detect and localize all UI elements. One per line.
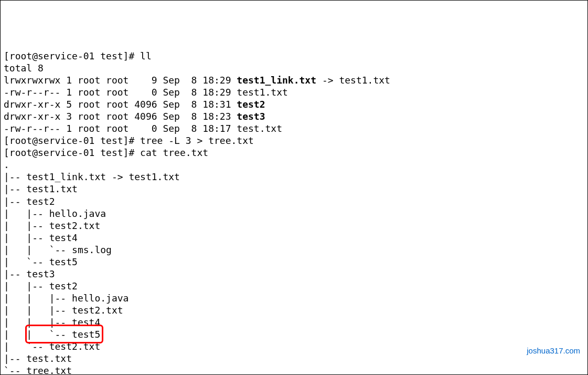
terminal-line: total 8: [4, 62, 584, 74]
terminal-output[interactable]: [root@service-01 test]# lltotal 8lrwxrwx…: [4, 50, 584, 375]
terminal-text: |-- test2: [4, 196, 55, 207]
terminal-text: |-- test.txt: [4, 353, 72, 364]
terminal-line: lrwxrwxrwx 1 root root 9 Sep 8 18:29 tes…: [4, 74, 584, 86]
terminal-text: | |-- hello.java: [4, 208, 106, 219]
terminal-text: [root@service-01 test]# tree -L 3 > tree…: [4, 135, 254, 146]
terminal-line: [root@service-01 test]# ll: [4, 50, 584, 62]
terminal-line: `-- tree.txt: [4, 364, 584, 375]
terminal-text: lrwxrwxrwx 1 root root 9 Sep 8 18:29: [4, 75, 237, 86]
terminal-line: | | |-- test4: [4, 316, 584, 328]
terminal-line: | | `-- test5: [4, 328, 584, 340]
terminal-line: | | |-- hello.java: [4, 292, 584, 304]
terminal-text: `-- tree.txt: [4, 365, 72, 375]
terminal-text: | | |-- hello.java: [4, 293, 129, 304]
terminal-text: -rw-r--r-- 1 root root 0 Sep 8 18:17 tes…: [4, 123, 282, 134]
terminal-text: | | `-- test5: [4, 329, 100, 340]
terminal-line: [root@service-01 test]# cat tree.txt: [4, 147, 584, 159]
terminal-text: test2: [237, 99, 265, 110]
terminal-line: |-- test.txt: [4, 352, 584, 364]
terminal-text: test1_link.txt: [237, 75, 316, 86]
terminal-text: -> test1.txt: [316, 75, 390, 86]
terminal-text: |-- test1_link.txt -> test1.txt: [4, 171, 180, 182]
terminal-line: | `-- test5: [4, 256, 584, 268]
terminal-text: | | |-- test2.txt: [4, 305, 123, 316]
terminal-text: | |-- test4: [4, 232, 78, 243]
terminal-line: | |-- test4: [4, 232, 584, 244]
terminal-text: .: [4, 159, 9, 170]
terminal-text: | `-- test5: [4, 256, 78, 267]
terminal-line: |-- test2: [4, 195, 584, 207]
terminal-line: | | `-- sms.log: [4, 244, 584, 256]
terminal-text: | | |-- test4: [4, 317, 100, 328]
terminal-line: | | |-- test2.txt: [4, 304, 584, 316]
terminal-text: drwxr-xr-x 3 root root 4096 Sep 8 18:23: [4, 111, 237, 122]
terminal-text: -rw-r--r-- 1 root root 0 Sep 8 18:29 tes…: [4, 87, 288, 98]
terminal-text: | `-- test2.txt: [4, 341, 100, 352]
terminal-text: test3: [237, 111, 265, 122]
terminal-line: drwxr-xr-x 5 root root 4096 Sep 8 18:31 …: [4, 98, 584, 110]
terminal-text: | |-- test2.txt: [4, 220, 100, 231]
terminal-line: [root@service-01 test]# tree -L 3 > tree…: [4, 134, 584, 147]
terminal-text: | | `-- sms.log: [4, 244, 112, 255]
terminal-text: [root@service-01 test]# ll: [4, 50, 152, 61]
terminal-text: drwxr-xr-x 5 root root 4096 Sep 8 18:31: [4, 99, 237, 110]
terminal-text: | |-- test2: [4, 280, 78, 291]
terminal-line: | |-- test2: [4, 280, 584, 292]
terminal-line: .: [4, 159, 584, 171]
terminal-line: |-- test1_link.txt -> test1.txt: [4, 171, 584, 183]
terminal-text: total 8: [4, 62, 44, 74]
terminal-line: |-- test3: [4, 268, 584, 280]
watermark-text: joshua317.com: [527, 346, 580, 356]
terminal-line: -rw-r--r-- 1 root root 0 Sep 8 18:17 tes…: [4, 122, 584, 134]
terminal-line: |-- test1.txt: [4, 183, 584, 195]
terminal-line: -rw-r--r-- 1 root root 0 Sep 8 18:29 tes…: [4, 86, 584, 98]
terminal-line: | `-- test2.txt: [4, 340, 584, 352]
terminal-line: | |-- test2.txt: [4, 220, 584, 232]
terminal-line: | |-- hello.java: [4, 207, 584, 220]
terminal-text: |-- test3: [4, 268, 55, 279]
terminal-text: |-- test1.txt: [4, 183, 78, 194]
terminal-line: drwxr-xr-x 3 root root 4096 Sep 8 18:23 …: [4, 110, 584, 122]
terminal-text: [root@service-01 test]# cat tree.txt: [4, 147, 208, 158]
